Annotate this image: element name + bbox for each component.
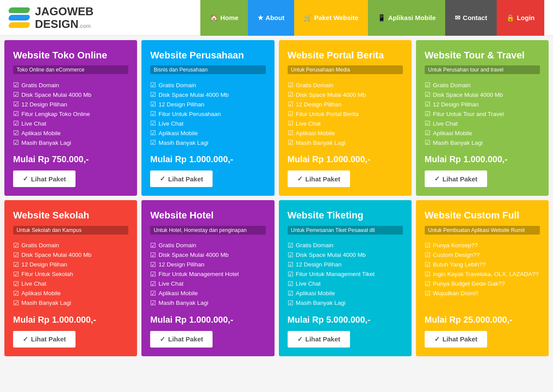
nav-about[interactable]: ★ About: [248, 0, 294, 36]
card-title: Website Hotel: [150, 210, 265, 221]
nav-about-label: About: [265, 14, 284, 21]
nav-mobile[interactable]: 📱 Aplikasi Mobile: [368, 0, 445, 36]
check-btn-icon: ✓: [23, 175, 28, 183]
btn-label: Lihat Paket: [306, 175, 340, 183]
check-icon: ☑: [425, 251, 430, 259]
feature-item: ☑ Aplikasi Mobile: [150, 128, 265, 138]
check-icon: ☑: [13, 139, 19, 147]
card-tiketing: Website Tiketing Untuk Pemesanan Tiket P…: [279, 200, 412, 356]
feature-item: ☑ 12 Design Pilihan: [288, 99, 403, 109]
check-icon: ☑: [425, 261, 430, 269]
btn-label: Lihat Paket: [443, 335, 477, 343]
check-icon: ☑: [288, 110, 293, 118]
nav-home[interactable]: 🏠 Home: [200, 0, 248, 36]
feature-text: Disk Space Mulai 4000 Mb: [21, 92, 92, 98]
check-icon: ☑: [150, 100, 156, 108]
card-title: Website Custom Full: [425, 210, 540, 221]
feature-text: Disk Space Mulai 4000 Mb: [158, 92, 229, 98]
check-icon: ☑: [425, 270, 430, 278]
feature-item: ☑ Disk Space Mulai 4000 Mb: [288, 90, 403, 99]
feature-text: Wujudkan Disini!!: [433, 290, 478, 297]
lihat-paket-button[interactable]: ✓ Lihat Paket: [13, 170, 76, 187]
card-features: ☑ Gratis Domain ☑ Disk Space Mulai 4000 …: [150, 241, 265, 308]
logo-area: JAGOWEB DESIGN.com: [9, 5, 200, 30]
nav-login-label: Login: [517, 14, 535, 21]
feature-item: ☑ Aplikasi Mobile: [425, 128, 540, 138]
feature-item: ☑ Masih Banyak Lagi: [288, 298, 403, 308]
check-icon: ☑: [425, 110, 430, 118]
card-features: ☑ Gratis Domain ☑ Disk Space Mulai 4000 …: [425, 80, 540, 147]
check-icon: ☑: [425, 81, 430, 89]
feature-item: ☑ Gratis Domain: [425, 80, 540, 90]
check-icon: ☑: [288, 270, 293, 278]
feature-item: ☑ Punya Konsep??: [425, 241, 540, 250]
check-icon: ☑: [288, 91, 293, 99]
lihat-paket-button[interactable]: ✓ Lihat Paket: [425, 331, 487, 348]
card-price: Mulai Rp 1.000.000,-: [150, 315, 265, 325]
feature-text: Disk Space Mulai 4000 Mb: [21, 252, 92, 258]
feature-item: ☑ Wujudkan Disini!!: [425, 289, 540, 298]
nav-paket[interactable]: 🛒 Paket Website: [294, 0, 368, 36]
lihat-paket-button[interactable]: ✓ Lihat Paket: [13, 331, 76, 348]
feature-text: Masih Banyak Lagi: [158, 300, 208, 306]
nav-contact[interactable]: ✉ Contact: [445, 0, 497, 36]
stripe-green: [8, 7, 30, 13]
feature-text: Disk Space Mulai 4000 Mb: [433, 92, 503, 98]
feature-text: Custom Design??: [433, 252, 480, 258]
card-features: ☑ Gratis Domain ☑ Disk Space Mulai 4000 …: [288, 80, 403, 147]
check-icon: ☑: [13, 110, 19, 118]
check-icon: ☑: [13, 261, 19, 269]
lihat-paket-button[interactable]: ✓ Lihat Paket: [425, 170, 487, 187]
check-icon: ☑: [13, 81, 19, 89]
feature-item: ☑ Gratis Domain: [150, 241, 265, 250]
card-badge: Untuk Perusahaan Media: [288, 65, 403, 74]
feature-text: Live Chat: [158, 120, 183, 127]
feature-item: ☑ Fitur Lengkap Toko Online: [13, 109, 128, 119]
check-icon: ☑: [150, 251, 156, 259]
feature-text: Live Chat: [433, 120, 458, 127]
btn-label: Lihat Paket: [168, 175, 203, 183]
lihat-paket-button[interactable]: ✓ Lihat Paket: [288, 170, 350, 187]
card-features: ☑ Gratis Domain ☑ Disk Space Mulai 4000 …: [13, 241, 128, 308]
feature-text: Fitur Untuk Management Hotel: [158, 271, 239, 277]
card-title: Website Tour & Travel: [425, 50, 540, 61]
check-icon: ☑: [288, 81, 293, 89]
feature-text: Live Chat: [296, 120, 321, 127]
check-icon: ☑: [425, 91, 430, 99]
cart-icon: 🛒: [304, 14, 312, 22]
feature-item: ☑ 12 Design Pilihan: [13, 99, 128, 109]
feature-item: ☑ Fitur Untuk Portal Berita: [288, 109, 403, 119]
check-icon: ☑: [13, 299, 19, 307]
feature-item: ☑ Fitur Untuk Perusahaan: [150, 109, 265, 119]
check-icon: ☑: [13, 251, 19, 259]
feature-item: ☑ Masih Banyak Lagi: [150, 138, 265, 147]
feature-item: ☑ Aplikasi Mobile: [150, 289, 265, 298]
check-icon: ☑: [288, 129, 293, 137]
check-icon: ☑: [13, 280, 19, 288]
feature-item: ☑ Aplikasi Mobile: [13, 289, 128, 298]
card-title: Website Sekolah: [13, 210, 128, 221]
feature-item: ☑ Masih Banyak Lagi: [13, 138, 128, 147]
nav-home-label: Home: [220, 14, 239, 21]
package-grid: Website Toko Online Toko Online dan eCom…: [0, 36, 553, 361]
feature-text: Live Chat: [296, 280, 321, 287]
feature-text: Masih Banyak Lagi: [21, 140, 71, 146]
feature-text: Butuh Yang Lebih??: [433, 261, 486, 268]
lihat-paket-button[interactable]: ✓ Lihat Paket: [288, 331, 350, 348]
nav-login[interactable]: 🔒 Login: [497, 0, 544, 36]
lihat-paket-button[interactable]: ✓ Lihat Paket: [150, 331, 213, 348]
feature-text: Masih Banyak Lagi: [21, 300, 71, 306]
card-title: Website Toko Online: [13, 50, 128, 61]
feature-item: ☑ Live Chat: [13, 119, 128, 128]
check-icon: ☑: [150, 139, 156, 147]
feature-text: Masih Banyak Lagi: [433, 140, 483, 146]
feature-item: ☑ Custom Design??: [425, 250, 540, 260]
feature-item: ☑ Fitur Untuk Management Tiket: [288, 269, 403, 279]
feature-text: Fitur Untuk Sekolah: [21, 271, 73, 277]
feature-item: ☑ Masih Banyak Lagi: [13, 298, 128, 308]
feature-text: Aplikasi Mobile: [158, 130, 198, 136]
check-icon: ☑: [150, 242, 156, 249]
feature-item: ☑ 12 Design Pilihan: [425, 99, 540, 109]
lihat-paket-button[interactable]: ✓ Lihat Paket: [150, 170, 213, 187]
feature-text: Gratis Domain: [433, 82, 471, 89]
